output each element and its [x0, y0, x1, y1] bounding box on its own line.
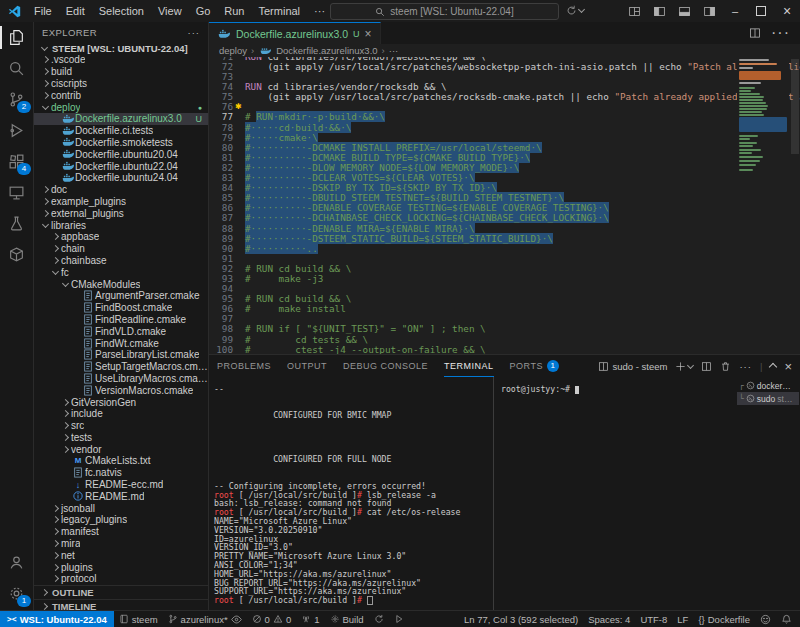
tree-item[interactable]: build	[34, 66, 208, 78]
run-button[interactable]	[389, 611, 409, 627]
tab-close-icon[interactable]	[365, 27, 372, 41]
code-editor[interactable]: 71RUN cd libraries/fc/vendor/websocketpp…	[209, 57, 800, 355]
toggle-secondary-sidebar-icon[interactable]	[697, 5, 722, 18]
tree-item[interactable]: contrib	[34, 89, 208, 101]
panel-tab-terminal[interactable]: TERMINAL	[444, 355, 494, 377]
tree-item[interactable]: legacy_plugins	[34, 514, 208, 526]
tree-item[interactable]: ArgumentParser.cmake	[34, 290, 208, 302]
tree-item[interactable]: ciscripts	[34, 78, 208, 90]
tree-item[interactable]: Dockerfile.ubuntu20.04	[34, 148, 208, 160]
editor-more-actions-icon[interactable]	[771, 24, 790, 42]
panel-tab-debug-console[interactable]: DEBUG CONSOLE	[343, 356, 428, 377]
maximize-button[interactable]	[748, 0, 774, 22]
menu-edit[interactable]: Edit	[59, 5, 92, 17]
tree-item[interactable]: Dockerfile.ubuntu24.04	[34, 172, 208, 184]
breadcrumb-file[interactable]: Dockerfile.azurelinux3.0	[276, 45, 377, 56]
terminal-title-context[interactable]: sudo - steem	[598, 361, 668, 372]
tree-item[interactable]: FindReadline.cmake	[34, 314, 208, 326]
outline-section[interactable]: OUTLINE	[34, 585, 208, 599]
feedback-smiley-icon[interactable]	[755, 611, 776, 627]
activity-remote-explorer-icon[interactable]	[0, 177, 33, 208]
activity-search-icon[interactable]	[0, 53, 33, 84]
tree-item[interactable]: Dockerfile.ci.tests	[34, 125, 208, 137]
code-line[interactable]: 90#··········..	[209, 244, 800, 254]
menu-go[interactable]: Go	[189, 5, 218, 17]
breadcrumb-folder[interactable]: deploy	[219, 45, 247, 56]
language-mode[interactable]: {} Dockerfile	[693, 611, 755, 627]
terminal-tab[interactable]: ┌docker…	[737, 379, 799, 392]
tree-item[interactable]: FindVLD.cmake	[34, 325, 208, 337]
tree-item[interactable]: UseLibraryMacros.cmake	[34, 373, 208, 385]
terminal-pane-right[interactable]: root@justyy:~#	[501, 377, 729, 611]
tree-item[interactable]: libraries	[34, 219, 208, 231]
activity-extensions-icon[interactable]: 4	[0, 146, 33, 177]
terminal-pane-divider[interactable]	[493, 377, 494, 611]
tree-item[interactable]: chain	[34, 243, 208, 255]
breadcrumb-symbol[interactable]: ···	[389, 45, 399, 56]
activity-containers-icon[interactable]	[0, 239, 33, 270]
tree-item[interactable]: protocol	[34, 573, 208, 585]
menu-run[interactable]: Run	[217, 5, 251, 17]
tree-item[interactable]: src	[34, 420, 208, 432]
cmake-build-button[interactable]: Build	[325, 611, 369, 627]
indentation[interactable]: Spaces: 4	[583, 611, 635, 627]
tree-item[interactable]: external_plugins	[34, 207, 208, 219]
activity-testing-icon[interactable]	[0, 208, 33, 239]
terminal-pane-left[interactable]: -- CONFIGURED FOR BMIC MMAP CONFIGURED F…	[214, 377, 489, 611]
sync-dropdown-icon[interactable]	[566, 4, 584, 16]
code-line[interactable]: 75 (git apply /usr/local/src/patches/roc…	[209, 92, 800, 102]
activity-run-debug-icon[interactable]	[0, 115, 33, 146]
close-panel-icon[interactable]	[784, 359, 792, 374]
panel-more-actions-icon[interactable]	[739, 361, 752, 372]
tree-item[interactable]: FindBoost.cmake	[34, 302, 208, 314]
explorer-more-actions-icon[interactable]	[188, 27, 201, 38]
editor-scrollbar[interactable]	[791, 59, 799, 154]
tree-item[interactable]: FindWt.cmake	[34, 337, 208, 349]
tree-item[interactable]: chainbase	[34, 255, 208, 267]
tree-item[interactable]: plugins	[34, 561, 208, 573]
tree-item[interactable]: vendor	[34, 443, 208, 455]
menu-terminal[interactable]: Terminal	[252, 5, 308, 17]
activity-source-control-icon[interactable]: 2	[0, 84, 33, 115]
close-window-button[interactable]	[774, 0, 800, 22]
kill-terminal-icon[interactable]	[720, 361, 731, 372]
code-line[interactable]: 96# make install	[209, 304, 800, 314]
tree-item[interactable]: manifest	[34, 526, 208, 538]
panel-tab-ports[interactable]: PORTS1	[510, 356, 559, 377]
settings-gear-icon[interactable]: 1	[0, 578, 33, 609]
minimap[interactable]	[737, 57, 789, 207]
menu-moremoremore[interactable]: ···	[307, 5, 332, 17]
panel-tab-problems[interactable]: PROBLEMS	[217, 356, 271, 377]
menu-file[interactable]: File	[27, 5, 59, 17]
tree-item[interactable]: .vscode	[34, 54, 208, 66]
maximize-panel-icon[interactable]	[770, 361, 776, 372]
tree-item[interactable]: CMakeModules	[34, 278, 208, 290]
problems-indicator[interactable]: 0 0	[247, 611, 297, 627]
tree-item[interactable]: ParseLibraryList.cmake	[34, 349, 208, 361]
workspace-section-header[interactable]: STEEM [WSL: UBUNTU-22.04]	[34, 42, 208, 54]
code-line[interactable]: 72 (git apply /usr/local/src/patches/web…	[209, 62, 800, 72]
tree-item[interactable]: tests	[34, 432, 208, 444]
toggle-sidebar-icon[interactable]	[647, 5, 672, 18]
menu-view[interactable]: View	[151, 5, 189, 17]
notifications-bell-icon[interactable]	[776, 611, 800, 627]
command-center-search[interactable]: steem [WSL: Ubuntu-22.04]	[330, 3, 559, 20]
tree-item[interactable]: appbase	[34, 231, 208, 243]
minimize-button[interactable]	[722, 0, 748, 22]
panel-tab-output[interactable]: OUTPUT	[287, 356, 327, 377]
git-branch-indicator[interactable]: azurelinux*	[163, 611, 247, 627]
tree-item[interactable]: SetupTargetMacros.cmake	[34, 361, 208, 373]
tree-item[interactable]: Dockerfile.smoketests	[34, 137, 208, 149]
tree-item[interactable]: MCMakeLists.txt	[34, 455, 208, 467]
repo-indicator[interactable]: steem	[114, 611, 163, 627]
tree-item[interactable]: fc	[34, 266, 208, 278]
tree-item[interactable]: ↓README-ecc.md	[34, 479, 208, 491]
code-line[interactable]: 93# make -j3	[209, 274, 800, 284]
tree-item[interactable]: example_plugins	[34, 196, 208, 208]
tree-item[interactable]: doc	[34, 184, 208, 196]
tree-item[interactable]: fc.natvis	[34, 467, 208, 479]
tree-item[interactable]: VersionMacros.cmake	[34, 384, 208, 396]
tree-item[interactable]: deploy	[34, 101, 208, 113]
tree-item[interactable]: include	[34, 408, 208, 420]
refresh-button[interactable]	[369, 611, 389, 627]
